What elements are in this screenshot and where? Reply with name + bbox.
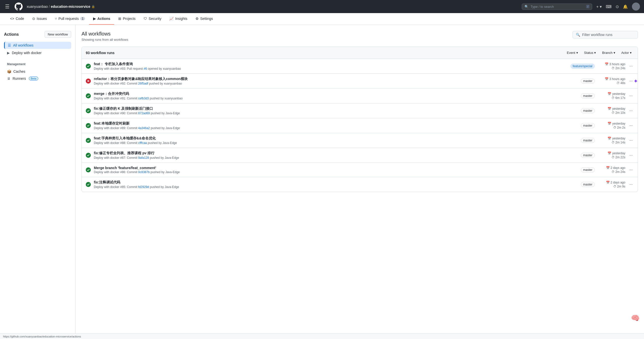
commit-link[interactable]: fd2929d	[138, 185, 149, 189]
terminal-button[interactable]: ⌨	[606, 4, 612, 9]
filter-placeholder: Filter workflow runs	[582, 33, 613, 37]
run-branch-badge: master	[581, 138, 595, 143]
run-more-button[interactable]: ···	[628, 107, 634, 114]
run-info: merge：合并冲突代码Deploy with docker #91: Comm…	[94, 92, 578, 100]
status-url: https://github.com/xuanyuanbao/education…	[3, 335, 81, 338]
commit-link[interactable]: cfffcaa	[138, 141, 147, 145]
code-icon: <>	[10, 17, 14, 21]
issues-button[interactable]: ⊙	[616, 4, 619, 9]
table-row[interactable]: fix:修正缓存的 K 及强制刷新后门接口Deploy with docker …	[82, 103, 638, 118]
actor-filter-button[interactable]: Actor ▾	[619, 50, 634, 56]
nav-pullrequests[interactable]: ⑂ Pull requests 1	[51, 13, 89, 25]
run-more-button[interactable]: ···	[628, 181, 634, 188]
nav-issues-label: Issues	[37, 17, 47, 21]
beta-badge: Beta	[29, 77, 38, 81]
run-actions: ···	[628, 107, 634, 114]
floating-brain-icon[interactable]: 🧠	[631, 314, 641, 324]
caches-icon: 📦	[7, 69, 11, 73]
run-meta: 📅 yesterday⏱ 2m 2s	[598, 122, 625, 129]
commit-link[interactable]: 9afa128	[138, 156, 149, 160]
page-title-block: All workflows Showing runs from all work…	[82, 31, 128, 42]
run-branch-badge: master	[581, 108, 595, 113]
sidebar-item-runners[interactable]: 🖥 Runners Beta	[4, 75, 71, 82]
pr-link[interactable]: #6	[144, 67, 147, 70]
run-more-button[interactable]: ···	[628, 93, 634, 99]
status-filter-button[interactable]: Status ▾	[582, 50, 598, 56]
run-time: 📅 3 hours ago	[605, 77, 625, 81]
nav-settings[interactable]: ⚙ Settings	[191, 13, 217, 25]
table-row[interactable]: refactor：将分页参数对象&响应结果对象移入common模块Deploy …	[82, 74, 638, 89]
run-more-button[interactable]: ···	[628, 152, 634, 159]
floating-sparkle-icon[interactable]: ✦	[633, 78, 640, 85]
run-status-icon	[86, 79, 91, 84]
run-duration: ⏱ 2m 14s	[612, 141, 625, 144]
deploy-workflow-icon: ▶	[7, 51, 10, 55]
settings-icon: ⚙	[195, 17, 199, 21]
run-actions: ···	[628, 78, 634, 84]
commit-link[interactable]: 872ad69	[138, 111, 150, 115]
table-row[interactable]: Merge branch 'feature/feat_comment'Deplo…	[82, 163, 638, 177]
all-workflows-label: All workflows	[13, 43, 33, 47]
run-subtitle: Deploy with docker #92: Commit 26f5adf p…	[94, 82, 578, 85]
top-nav-actions: + ▾ ⌨ ⊙ 🔔	[596, 3, 640, 11]
run-info: Merge branch 'feature/feat_comment'Deplo…	[94, 166, 578, 174]
status-chevron-icon: ▾	[594, 51, 596, 55]
search-hint: Type / to search	[531, 5, 554, 9]
page-subtitle: Showing runs from all workflows	[82, 38, 128, 42]
search-bar[interactable]: 🔍 Type / to search /	[522, 4, 592, 10]
commit-link[interactable]: 4a346a2	[138, 126, 150, 130]
run-more-button[interactable]: ···	[628, 167, 634, 173]
run-more-button[interactable]: ···	[628, 78, 634, 84]
commit-link[interactable]: 0c8387b	[138, 170, 150, 174]
repo-owner-link[interactable]: xuanyuanbao	[27, 5, 48, 9]
sidebar: Actions New workflow ☰ All workflows ▶ D…	[0, 25, 75, 338]
avatar[interactable]	[632, 3, 640, 11]
run-actions: ···	[628, 93, 634, 99]
repo-name-link[interactable]: education-microservice	[51, 5, 90, 9]
table-row[interactable]: feat:本地缓存定时刷新Deploy with docker #89: Com…	[82, 118, 638, 133]
filter-input-wrapper[interactable]: 🔍 Filter workflow runs	[573, 31, 638, 39]
commit-link[interactable]: cefb3d3	[138, 97, 149, 100]
table-row[interactable]: feat:字典种类引入本地缓存&&命名优化Deploy with docker …	[82, 133, 638, 148]
new-workflow-button[interactable]: New workflow	[45, 31, 71, 38]
run-meta: 📅 yesterday⏱ 2m 10s	[598, 107, 625, 115]
nav-code[interactable]: <> Code	[6, 13, 28, 25]
run-duration: ⏱ 2m 24s	[612, 170, 625, 174]
caches-label: Caches	[13, 69, 25, 73]
table-row[interactable]: fix:修正专栏全列表、推荐课程 pv 排行Deploy with docker…	[82, 148, 638, 163]
sidebar-title: Actions	[4, 32, 19, 37]
run-duration: ⏱ 6m 17s	[612, 96, 625, 100]
run-time: 📅 yesterday	[608, 152, 625, 155]
slash-badge: /	[586, 5, 589, 8]
nav-issues[interactable]: ⊙ Issues	[28, 13, 51, 25]
hamburger-menu[interactable]: ☰	[4, 3, 11, 11]
run-more-button[interactable]: ···	[628, 122, 634, 129]
branch-filter-button[interactable]: Branch ▾	[600, 50, 617, 56]
notifications-button[interactable]: 🔔	[623, 4, 628, 9]
nav-security[interactable]: 🛡 Security	[140, 13, 166, 25]
lock-icon: 🔒	[91, 5, 95, 8]
run-status-icon	[86, 64, 91, 69]
runners-label: Runners	[13, 77, 26, 81]
run-title: feat:字典种类引入本地缓存&&命名优化	[94, 136, 578, 141]
sidebar-item-deploy[interactable]: ▶ Deploy with docker	[4, 49, 71, 56]
nav-actions[interactable]: ▶ Actions	[89, 13, 114, 25]
plus-menu-button[interactable]: + ▾	[596, 4, 602, 9]
table-row[interactable]: merge：合并冲突代码Deploy with docker #91: Comm…	[82, 89, 638, 103]
commit-link[interactable]: 26f5adf	[138, 82, 148, 85]
run-more-button[interactable]: ···	[628, 137, 634, 144]
table-row[interactable]: fix:注释调试代码Deploy with docker #85: Commit…	[82, 177, 638, 192]
table-row[interactable]: feat： 专栏加入条件查询Deploy with docker #93: Pu…	[82, 59, 638, 74]
nav-projects[interactable]: ⊞ Projects	[114, 13, 140, 25]
sidebar-item-caches[interactable]: 📦 Caches	[4, 68, 71, 75]
page-title: All workflows	[82, 31, 128, 37]
run-duration: ⏱ 2m 9s	[613, 185, 625, 188]
run-actions: ···	[628, 122, 634, 129]
sidebar-item-all-workflows[interactable]: ☰ All workflows	[4, 42, 71, 49]
run-meta: 📅 3 hours ago⏱ 48s	[598, 77, 625, 85]
nav-insights[interactable]: 📈 Insights	[165, 13, 191, 25]
runs-table: 93 workflow runs Event ▾ Status ▾ Branch…	[82, 47, 638, 192]
run-duration: ⏱ 2m 2s	[613, 126, 625, 129]
event-filter-button[interactable]: Event ▾	[565, 50, 580, 56]
run-more-button[interactable]: ···	[628, 63, 634, 69]
